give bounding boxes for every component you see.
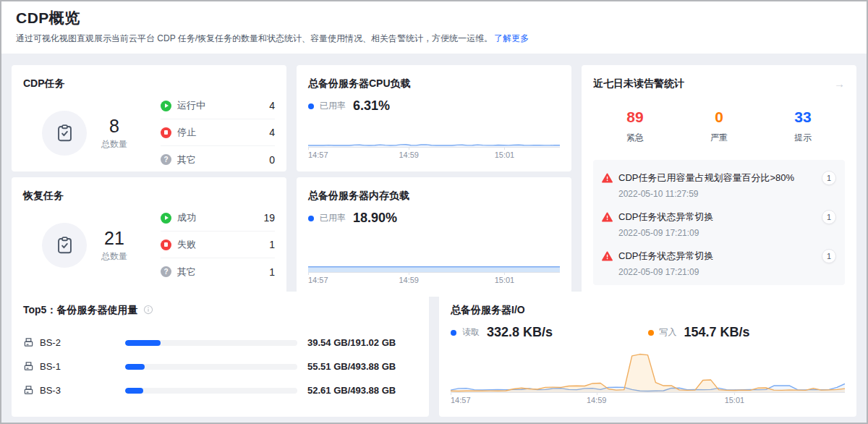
cdp-tasks-total-label: 总数量 — [101, 138, 127, 150]
alerts-card: 近七日未读告警统计 → 89 紧急 0 严重 33 提示 — [582, 65, 856, 297]
status-row-stopped: 停止 4 — [161, 119, 275, 146]
recovery-tasks-total-label: 总数量 — [101, 250, 127, 263]
alerts-list: CDP任务已用容量占规划容量百分比>80% 1 2022-05-10 11:27… — [593, 160, 845, 285]
load-column: 总备份服务器CPU负载 已用率 6.31% 14:5714:5915:01 总备… — [297, 65, 571, 297]
running-status-icon — [161, 101, 171, 111]
memory-legend: 已用率 18.90% — [308, 211, 560, 226]
clipboard-icon — [42, 223, 87, 268]
memory-usage-value: 18.90% — [353, 211, 397, 226]
stat-info: 33 提示 — [761, 109, 845, 144]
cdp-tasks-body: 8 总数量 运行中 4 停止 — [23, 93, 275, 173]
memory-load-title: 总备份服务器内存负载 — [308, 189, 560, 202]
read-legend-dot-icon — [451, 330, 456, 336]
cpu-load-title: 总备份服务器CPU负载 — [308, 77, 560, 90]
cdp-tasks-title: CDP任务 — [23, 77, 275, 90]
alert-count-badge: 1 — [822, 210, 836, 224]
clipboard-icon — [42, 111, 87, 156]
io-title: 总备份服务器I/O — [451, 303, 845, 316]
top5-rows: BS-2 39.54 GB/191.02 GB BS-1 55.51 GB/49… — [23, 331, 417, 402]
warning-triangle-icon — [602, 251, 613, 261]
recovery-tasks-total: 21 — [101, 228, 127, 248]
info-icon[interactable] — [143, 305, 153, 315]
alerts-stats: 89 紧急 0 严重 33 提示 — [593, 109, 845, 144]
warning-triangle-icon — [602, 212, 613, 222]
io-write-group: 写入 154.7 KB/s — [648, 325, 846, 340]
cpu-usage-value: 6.31% — [353, 98, 390, 114]
top5-title: Top5：备份服务器使用量 — [23, 303, 137, 316]
alerts-header: 近七日未读告警统计 → — [593, 77, 845, 90]
cdp-tasks-card: CDP任务 8 — [12, 65, 286, 171]
bottom-row: Top5：备份服务器使用量 BS-2 39.54 GB/191.02 GB — [12, 292, 856, 417]
cdp-tasks-total: 8 — [101, 116, 127, 136]
status-row-other: ? 其它 1 — [161, 258, 275, 285]
io-legend: 读取 332.8 KB/s 写入 154.7 KB/s — [451, 325, 845, 340]
alert-count-badge: 1 — [822, 249, 836, 263]
server-usage-row: BS-2 39.54 GB/191.02 GB — [23, 331, 417, 355]
usage-bar — [125, 364, 297, 370]
cdp-status-list: 运行中 4 停止 4 ? 其它 0 — [161, 93, 275, 173]
memory-load-card: 总备份服务器内存负载 已用率 18.90% 14:5714:5915:01 — [297, 177, 571, 297]
write-speed-value: 154.7 KB/s — [684, 325, 750, 340]
server-icon — [23, 337, 34, 348]
alert-timestamp: 2022-05-10 11:27:59 — [618, 189, 836, 199]
read-speed-value: 332.8 KB/s — [487, 325, 553, 340]
stat-severe: 0 严重 — [677, 109, 761, 144]
top5-servers-card: Top5：备份服务器使用量 BS-2 39.54 GB/191.02 GB — [12, 292, 429, 417]
server-icon — [23, 361, 34, 372]
status-row-failed: 失败 1 — [161, 232, 275, 258]
io-chart: 14:5714:5915:01 — [451, 350, 845, 405]
page-subtitle: 通过可视化视图直观展示当前云平台 CDP 任务/恢复任务的数量和状态统计、容量使… — [16, 33, 852, 45]
cdp-overview-page: CDP概览 通过可视化视图直观展示当前云平台 CDP 任务/恢复任务的数量和状态… — [0, 0, 868, 424]
server-usage-row: BS-3 52.61 GB/493.88 GB — [23, 378, 417, 402]
server-usage-row: BS-1 55.51 GB/493.88 GB — [23, 355, 417, 378]
dashboard-content: CDP任务 8 — [1, 54, 867, 423]
alert-item[interactable]: CDP任务已用容量占规划容量百分比>80% 1 2022-05-10 11:27… — [602, 166, 836, 205]
status-row-other: ? 其它 0 — [161, 146, 275, 173]
top-row: CDP任务 8 — [12, 65, 856, 286]
memory-load-chart: 14:5714:5915:01 — [308, 245, 560, 285]
page-subtitle-text: 通过可视化视图直观展示当前云平台 CDP 任务/恢复任务的数量和状态统计、容量使… — [16, 33, 493, 43]
other-status-icon: ? — [161, 154, 171, 165]
success-status-icon — [161, 213, 171, 224]
recovery-tasks-title: 恢复任务 — [23, 189, 275, 202]
alert-count-badge: 1 — [822, 171, 836, 185]
io-card: 总备份服务器I/O 读取 332.8 KB/s 写入 154.7 KB/s 14… — [439, 292, 856, 417]
io-read-group: 读取 332.8 KB/s — [451, 325, 648, 340]
cpu-legend: 已用率 6.31% — [308, 98, 560, 114]
warning-triangle-icon — [602, 173, 613, 183]
failed-status-icon — [161, 239, 171, 250]
memory-legend-dot-icon — [308, 216, 314, 221]
stat-critical: 89 紧急 — [593, 109, 677, 144]
write-legend-dot-icon — [648, 330, 654, 336]
usage-bar — [125, 340, 297, 346]
status-row-running: 运行中 4 — [161, 93, 275, 119]
learn-more-link[interactable]: 了解更多 — [494, 33, 529, 43]
page-header: CDP概览 通过可视化视图直观展示当前云平台 CDP 任务/恢复任务的数量和状态… — [1, 1, 867, 54]
cpu-legend-dot-icon — [308, 103, 314, 109]
page-title: CDP概览 — [16, 8, 852, 28]
alert-item[interactable]: CDP任务状态异常切换 1 2022-05-09 17:21:09 — [602, 244, 836, 283]
alert-timestamp: 2022-05-09 17:21:09 — [618, 228, 836, 238]
other-status-icon: ? — [161, 266, 171, 277]
cpu-load-chart: 14:5714:5915:01 — [308, 119, 560, 160]
top5-header: Top5：备份服务器使用量 — [23, 303, 417, 316]
stopped-status-icon — [161, 127, 171, 138]
usage-bar — [125, 388, 297, 394]
recovery-status-list: 成功 19 失败 1 ? 其它 1 — [161, 205, 275, 285]
arrow-right-icon[interactable]: → — [834, 78, 845, 89]
server-icon — [23, 385, 34, 396]
tasks-column: CDP任务 8 — [12, 65, 286, 297]
recovery-tasks-card: 恢复任务 21 — [12, 177, 286, 297]
status-row-success: 成功 19 — [161, 205, 275, 232]
cpu-load-card: 总备份服务器CPU负载 已用率 6.31% 14:5714:5915:01 — [297, 65, 571, 171]
alerts-title: 近七日未读告警统计 — [593, 77, 684, 90]
recovery-tasks-body: 21 总数量 成功 19 失败 — [23, 205, 275, 285]
alert-timestamp: 2022-05-09 17:21:09 — [618, 267, 836, 277]
alert-item[interactable]: CDP任务状态异常切换 1 2022-05-09 17:21:09 — [602, 205, 836, 244]
